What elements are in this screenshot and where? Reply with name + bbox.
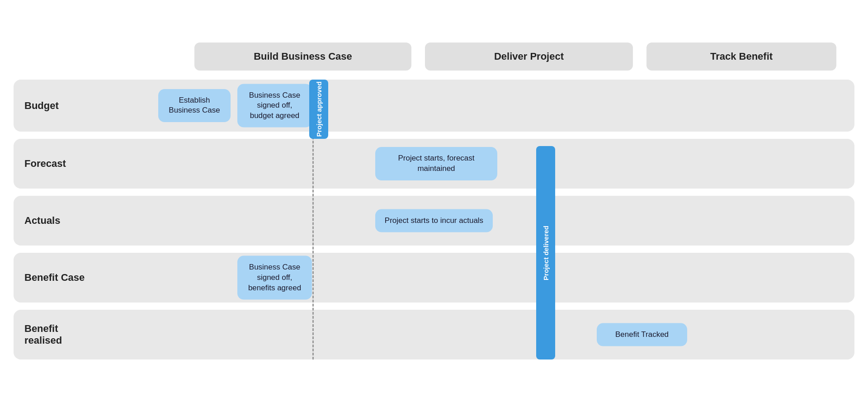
row-budget-label: Budget	[14, 100, 104, 112]
card-bc-signed-benefits[interactable]: Business Case signed off, benefits agree…	[237, 256, 312, 300]
row-actuals-label: Actuals	[14, 215, 104, 227]
row-budget: Budget Establish Business Case Business …	[14, 80, 854, 132]
diagram-container: Budget Establish Business Case Business …	[14, 80, 854, 359]
card-benefit-tracked[interactable]: Benefit Tracked	[597, 323, 687, 346]
row-forecast-content: Project starts, forecast maintained	[104, 139, 854, 189]
row-actuals-content: Project starts to incur actuals	[104, 196, 854, 246]
phase-track-header: Track Benefit	[646, 43, 836, 71]
row-benefit-case: Benefit Case Business Case signed off, b…	[14, 253, 854, 303]
row-benefit-realised-content: Benefit Tracked	[104, 310, 854, 359]
card-forecast[interactable]: Project starts, forecast maintained	[375, 147, 497, 180]
diagram-wrapper: Build Business Case Deliver Project Trac…	[14, 33, 854, 369]
card-bc-signed-budget[interactable]: Business Case signed off, budget agreed	[237, 84, 312, 128]
row-benefit-realised-label: Benefit realised	[14, 323, 104, 346]
phase-headers: Build Business Case Deliver Project Trac…	[104, 43, 854, 71]
card-establish[interactable]: Establish Business Case	[158, 89, 231, 123]
row-budget-content: Establish Business Case Business Case si…	[104, 80, 854, 132]
grid: Budget Establish Business Case Business …	[14, 80, 854, 359]
phase-build-header: Build Business Case	[194, 43, 411, 71]
row-benefit-realised: Benefit realised Benefit Tracked	[14, 310, 854, 359]
row-benefit-case-label: Benefit Case	[14, 272, 104, 284]
phase-deliver-header: Deliver Project	[425, 43, 633, 71]
row-actuals: Actuals Project starts to incur actuals	[14, 196, 854, 246]
row-forecast-label: Forecast	[14, 158, 104, 170]
row-benefit-case-content: Business Case signed off, benefits agree…	[104, 253, 854, 303]
row-forecast: Forecast Project starts, forecast mainta…	[14, 139, 854, 189]
card-actuals[interactable]: Project starts to incur actuals	[375, 209, 493, 232]
